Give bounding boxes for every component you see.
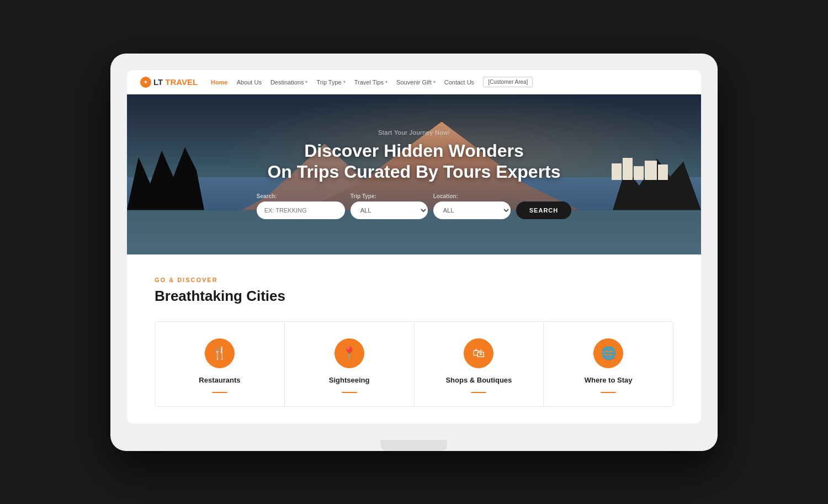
- card-underline: [212, 392, 227, 393]
- search-bar: Search: Trip Type: ALL Adventure Cultura…: [257, 193, 571, 219]
- logo-icon: ✦: [140, 77, 151, 88]
- logo-travel: TRAVEL: [165, 77, 198, 87]
- nav-link-traveltips[interactable]: Travel Tips ▾: [354, 79, 388, 86]
- chevron-down-icon: ▾: [433, 79, 436, 84]
- nav-links: Home About Us Destinations ▾ Trip Type ▾…: [211, 77, 688, 87]
- card-label-sightseeing: Sightseeing: [329, 376, 370, 384]
- sightseeing-icon: 📍: [335, 338, 364, 368]
- logo[interactable]: ✦ LT TRAVEL: [140, 77, 198, 88]
- card-label-restaurants: Restaurants: [199, 376, 240, 384]
- search-button[interactable]: SEARCH: [516, 201, 571, 219]
- location-field: Location: ALL Asia Europe Americas Afric…: [433, 193, 511, 219]
- building: [634, 166, 644, 180]
- nav-link-destinations[interactable]: Destinations ▾: [270, 79, 308, 86]
- content-section: GO & DISCOVER Breathtaking Cities 🍴 Rest…: [127, 254, 701, 423]
- trip-type-select[interactable]: ALL Adventure Cultural Beach Mountain: [351, 201, 428, 219]
- hero-title-line2: On Trips Curated By Tours Experts: [267, 162, 560, 182]
- logo-lt: LT: [153, 77, 163, 87]
- card-sightseeing[interactable]: 📍 Sightseeing: [285, 322, 415, 406]
- hero-section: Start Your Journey Now! Discover Hidden …: [127, 94, 701, 254]
- search-input[interactable]: [257, 201, 345, 219]
- section-tag: GO & DISCOVER: [155, 277, 673, 283]
- building: [658, 165, 668, 180]
- nav-link-about[interactable]: About Us: [237, 79, 262, 86]
- card-restaurants[interactable]: 🍴 Restaurants: [155, 322, 285, 406]
- card-label-shops: Shops & Boutiques: [445, 376, 512, 384]
- nav-link-home[interactable]: Home: [211, 79, 228, 86]
- card-shops[interactable]: 🛍 Shops & Boutiques: [415, 322, 544, 406]
- location-select[interactable]: ALL Asia Europe Americas Africa: [433, 201, 511, 219]
- restaurant-icon: 🍴: [205, 338, 235, 368]
- trip-type-field: Trip Type: ALL Adventure Cultural Beach …: [351, 193, 428, 219]
- location-label: Location:: [433, 193, 511, 199]
- search-label: Search:: [257, 193, 345, 199]
- nav-link-contact[interactable]: Contact Us: [444, 79, 474, 86]
- hero-title: Discover Hidden Wonders On Trips Curated…: [267, 140, 560, 183]
- hero-trees-left: [127, 144, 204, 210]
- hero-title-line1: Discover Hidden Wonders: [304, 141, 524, 161]
- where-to-stay-icon: 🌐: [593, 338, 623, 368]
- chevron-down-icon: ▾: [305, 79, 307, 84]
- laptop-base: [381, 440, 447, 451]
- navbar: ✦ LT TRAVEL Home About Us Destinations ▾…: [127, 70, 701, 94]
- cards-row: 🍴 Restaurants 📍 Sightseeing 🛍 Shops & Bo…: [155, 321, 673, 407]
- customer-area-button[interactable]: [Customer Area]: [483, 77, 533, 87]
- hero-buildings: [612, 158, 668, 180]
- building: [623, 158, 633, 180]
- laptop-screen: ✦ LT TRAVEL Home About Us Destinations ▾…: [127, 70, 701, 423]
- hero-content: Start Your Journey Now! Discover Hidden …: [267, 129, 560, 183]
- section-title: Breathtaking Cities: [155, 288, 673, 305]
- search-field: Search:: [257, 193, 345, 219]
- card-underline: [471, 392, 486, 393]
- laptop-frame: ✦ LT TRAVEL Home About Us Destinations ▾…: [110, 54, 718, 451]
- card-underline: [342, 392, 357, 393]
- hero-subtitle: Start Your Journey Now!: [267, 129, 560, 136]
- nav-link-triptype[interactable]: Trip Type ▾: [316, 79, 345, 86]
- card-label-where-to-stay: Where to Stay: [585, 376, 633, 384]
- nav-link-souvenir[interactable]: Souvenir Gift ▾: [396, 79, 436, 86]
- chevron-down-icon: ▾: [385, 79, 388, 84]
- chevron-down-icon: ▾: [343, 79, 346, 84]
- card-where-to-stay[interactable]: 🌐 Where to Stay: [544, 322, 673, 406]
- shops-icon: 🛍: [464, 338, 493, 368]
- card-underline: [601, 392, 616, 393]
- building: [612, 163, 622, 180]
- building: [645, 161, 657, 180]
- trip-type-label: Trip Type:: [351, 193, 428, 199]
